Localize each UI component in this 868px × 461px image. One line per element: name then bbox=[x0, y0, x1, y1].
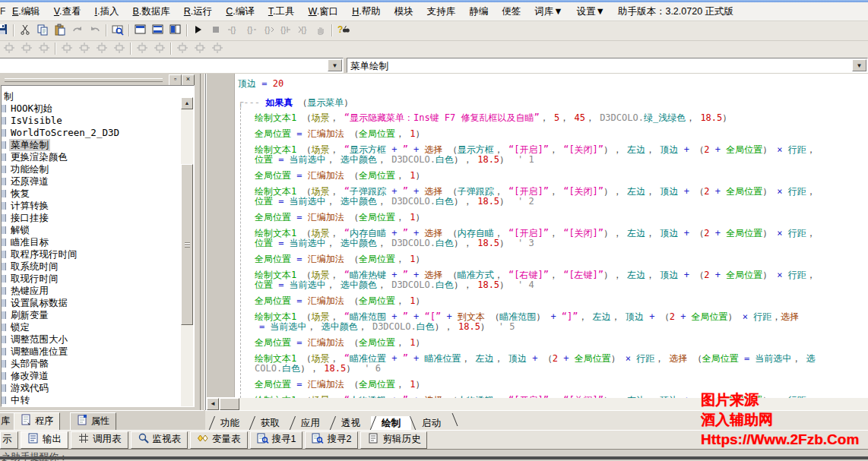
toolbar-button-equal-width-icon[interactable] bbox=[0, 41, 17, 58]
menu-item-9[interactable]: H.帮助 bbox=[345, 2, 388, 21]
menu-item-7[interactable]: T.工具 bbox=[261, 2, 302, 21]
hscrollbar-thumb[interactable] bbox=[220, 398, 239, 410]
menu-item-14[interactable]: 词库▼ bbox=[527, 2, 569, 21]
tree-item[interactable]: WorldToScreen_2_D3D bbox=[2, 127, 182, 139]
toolbar-button-break-icon[interactable]: {} bbox=[294, 23, 312, 39]
close-panel-button[interactable]: × bbox=[182, 74, 195, 86]
chevron-down-icon[interactable]: ▼ bbox=[852, 59, 866, 71]
tree-item[interactable]: 计算转换 bbox=[2, 200, 182, 212]
bottom-button-2[interactable]: 调用表 bbox=[71, 431, 128, 449]
menu-item-5[interactable]: R.运行 bbox=[177, 2, 220, 21]
editor-tab-4[interactable]: 透视 bbox=[331, 416, 371, 431]
toolbar-button-equal-size-icon[interactable] bbox=[35, 41, 52, 58]
scroll-up-icon[interactable]: ▲ bbox=[181, 97, 193, 109]
toolbar-button-run-icon[interactable] bbox=[189, 23, 207, 39]
tree-item-partial[interactable]: 制 bbox=[2, 90, 182, 103]
toolbar-button-layout-grid-icon[interactable] bbox=[166, 23, 184, 39]
tree-item[interactable]: 取程序现行时间 bbox=[2, 248, 182, 260]
menu-item-12[interactable]: 静编 bbox=[462, 2, 495, 21]
tree-item[interactable]: 刷新变量 bbox=[2, 309, 182, 321]
toolbar-button-equal-height-icon[interactable] bbox=[17, 41, 35, 58]
toolbar-button-step-into-icon[interactable]: {} bbox=[224, 23, 242, 39]
toolbar-button-stop-icon[interactable] bbox=[207, 23, 224, 39]
menu-item-15[interactable]: 设置▼ bbox=[570, 2, 612, 21]
toolbar-button-undo-icon[interactable] bbox=[86, 23, 103, 39]
tree-item[interactable]: 热键应用 bbox=[2, 285, 182, 297]
tree-scrollbar-thumb[interactable] bbox=[181, 164, 193, 325]
combo-left[interactable]: ▼ bbox=[0, 58, 344, 73]
toolbar-button-redo-icon[interactable] bbox=[68, 23, 86, 39]
tree-item[interactable]: 更换渲染颜色 bbox=[2, 151, 182, 163]
tree-item[interactable]: 恢复 bbox=[2, 188, 182, 200]
editor-tab-1[interactable]: 功能 bbox=[210, 416, 250, 431]
toolbar-button-fit-both-icon[interactable] bbox=[208, 41, 226, 58]
editor-tab-6[interactable]: 启动 bbox=[411, 416, 451, 431]
panel-header[interactable]: ▫ × bbox=[0, 74, 200, 84]
tree-item[interactable]: 接口挂接 bbox=[2, 212, 182, 224]
tree-item[interactable]: 取系统时间 bbox=[2, 260, 182, 273]
editor-tab-2[interactable]: 获取 bbox=[250, 416, 290, 431]
panel-tab-2[interactable]: 程序 bbox=[14, 412, 60, 431]
bottom-button-7[interactable]: 剪辑历史 bbox=[360, 431, 427, 449]
toolbar-button-fit-width-icon[interactable] bbox=[173, 41, 191, 58]
tree-item[interactable]: 游戏代码 bbox=[2, 382, 182, 394]
tree-item[interactable]: 还原弹道 bbox=[2, 175, 182, 188]
tree-item[interactable]: 功能绘制 bbox=[2, 163, 182, 175]
editor-tab-5[interactable]: 绘制 bbox=[371, 416, 411, 431]
toolbar-button-fit-height-icon[interactable] bbox=[191, 41, 208, 58]
bottom-button-4[interactable]: 变量表 bbox=[190, 431, 248, 449]
tree-item[interactable]: 修改弹道 bbox=[2, 370, 182, 382]
toolbar-button-space-horizontal-icon[interactable] bbox=[133, 41, 150, 58]
menu-item-1[interactable]: E.编辑 bbox=[5, 2, 47, 21]
tree-item[interactable]: 调整范围大小 bbox=[2, 333, 182, 346]
toolbar-button-cut-icon[interactable] bbox=[16, 23, 33, 39]
tree-item[interactable]: 调整瞄准位置 bbox=[2, 346, 182, 358]
toolbar-button-align-middle-icon[interactable] bbox=[110, 41, 128, 58]
bottom-button-1[interactable]: 输出 bbox=[21, 431, 68, 449]
toolbar-button-step-out-icon[interactable]: {} bbox=[259, 23, 277, 39]
panel-splitter[interactable] bbox=[200, 74, 205, 410]
toolbar-button-align-center-icon[interactable] bbox=[75, 41, 93, 58]
tree-item[interactable]: 取现行时间 bbox=[2, 273, 182, 285]
toolbar-button-pause-hand-icon[interactable] bbox=[312, 23, 329, 39]
tree-item[interactable]: IsVisible bbox=[2, 115, 182, 127]
code-editor[interactable]: 顶边 = 20┌--- 如果真 （显示菜单）绘制文本1 （场景， “显示隐藏菜单… bbox=[205, 74, 868, 410]
bottom-button-5[interactable]: 搜寻1 bbox=[250, 431, 303, 449]
menu-item-4[interactable]: B.数据库 bbox=[125, 2, 176, 21]
toolbar-button-space-vertical-icon[interactable] bbox=[150, 41, 168, 58]
tree-item[interactable]: 瞄准目标 bbox=[2, 236, 182, 248]
menu-item-10[interactable]: 模块 bbox=[388, 2, 420, 21]
toolbar-button-align-left-icon[interactable] bbox=[58, 41, 75, 58]
menu-item-11[interactable]: 支持库 bbox=[420, 2, 463, 21]
toolbar-button-save-icon[interactable] bbox=[0, 23, 11, 39]
toolbar-button-layout-bottom-icon[interactable] bbox=[149, 23, 166, 39]
toolbar-button-run-to-cursor-icon[interactable]: {} bbox=[277, 23, 294, 39]
tree-item[interactable]: 中转 bbox=[2, 394, 182, 406]
combo-subroutine[interactable]: 菜单绘制 ▼ bbox=[347, 58, 868, 73]
menu-item-13[interactable]: 便签 bbox=[495, 2, 527, 21]
tree-item[interactable]: 解锁 bbox=[2, 224, 182, 236]
toolbar-button-copy-icon[interactable] bbox=[33, 23, 51, 39]
bottom-button-clipped[interactable]: 示 bbox=[0, 431, 18, 449]
tree-scrollbar[interactable]: ▲ ▼ bbox=[181, 97, 193, 407]
panel-grip[interactable] bbox=[5, 78, 163, 82]
editor-tab-3[interactable]: 应用 bbox=[290, 416, 331, 431]
menu-item-6[interactable]: C.编译 bbox=[219, 2, 261, 21]
panel-tab-3[interactable]: 属性 bbox=[70, 412, 116, 431]
tree-item[interactable]: 菜单绘制 bbox=[2, 139, 182, 151]
toolbar-button-help-search-icon[interactable]: ? bbox=[334, 23, 352, 39]
toolbar-button-paste-icon[interactable] bbox=[51, 23, 68, 39]
toolbar-button-layout-top-icon[interactable] bbox=[131, 23, 149, 39]
menu-item-3[interactable]: I.插入 bbox=[88, 2, 126, 21]
bottom-button-6[interactable]: 搜寻2 bbox=[305, 431, 358, 449]
chevron-down-icon[interactable]: ▼ bbox=[328, 59, 342, 71]
toolbar-button-find-in-book-icon[interactable] bbox=[109, 23, 126, 39]
tree-item[interactable]: 设置鼠标数据 bbox=[2, 297, 182, 309]
menu-item-clipped[interactable]: F bbox=[0, 2, 5, 21]
toolbar-button-step-over-icon[interactable]: {} bbox=[242, 23, 259, 39]
tree-item[interactable]: 锁定 bbox=[2, 321, 182, 333]
menu-item-2[interactable]: V.查看 bbox=[47, 2, 88, 21]
tree-item[interactable]: 头部骨骼 bbox=[2, 358, 182, 370]
tree-item[interactable]: HOOK初始 bbox=[2, 103, 182, 115]
scroll-left-icon[interactable]: ◄ bbox=[207, 398, 219, 410]
